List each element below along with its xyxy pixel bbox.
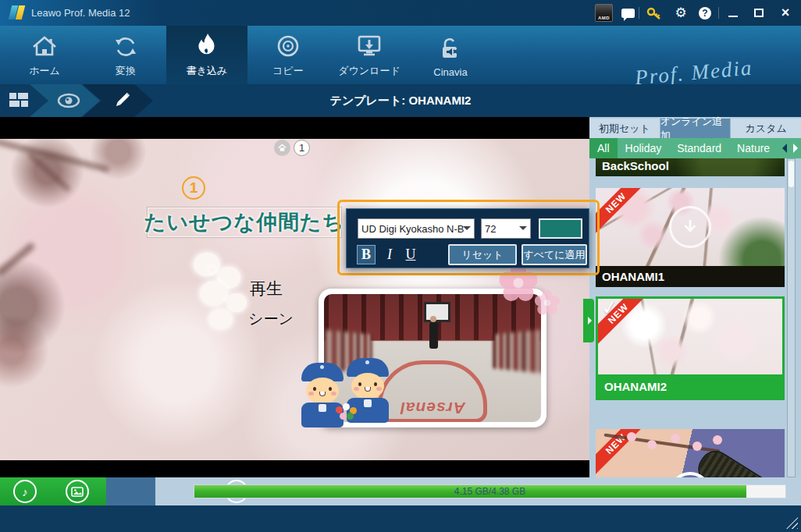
nav-item-burn[interactable]: 書き込み — [166, 26, 247, 84]
tab-default-set[interactable]: 初期セット — [589, 119, 660, 138]
video-preview-canvas[interactable]: 1 1 たいせつな仲間たち 再生 シーン Arsenal — [0, 117, 591, 477]
filter-prev-arrow-icon[interactable] — [782, 144, 787, 153]
template-card-partial[interactable]: NEW — [596, 429, 785, 477]
template-source-tabs: 初期セット オンライン追加 カスタム — [589, 119, 801, 138]
status-footer — [0, 505, 801, 532]
selected-check-icon: ✓ — [600, 299, 620, 321]
template-category-filters: All Holiday Standard Nature — [589, 138, 801, 158]
bold-button[interactable]: B — [357, 245, 376, 264]
template-card-backschool[interactable]: BackSchool — [596, 158, 785, 176]
sidebar-collapse-handle[interactable] — [583, 299, 594, 342]
filter-next-arrow-icon[interactable] — [793, 144, 798, 153]
new-ribbon-badge: NEW — [596, 188, 646, 238]
layout-grid-icon[interactable] — [9, 93, 28, 108]
filter-holiday[interactable]: Holiday — [618, 138, 670, 158]
template-card-ohanami1[interactable]: NEW OHANAMI1 — [596, 188, 785, 287]
nav-item-convert[interactable]: 変換 — [85, 26, 166, 84]
underline-button[interactable]: U — [402, 245, 419, 264]
nav-label: Cinavia — [433, 66, 467, 78]
mascot-characters-decoration — [301, 355, 393, 441]
leawo-logo-icon — [9, 5, 26, 20]
font-color-swatch[interactable] — [539, 218, 582, 239]
template-card-name: OHANAMI1 — [596, 266, 785, 287]
resize-grip[interactable] — [786, 517, 798, 529]
template-card-ohanami2[interactable]: NEW ✓ OHANAMI2 — [596, 296, 785, 400]
feedback-bubble-icon[interactable] — [619, 0, 636, 26]
nav-label: コピー — [272, 64, 304, 78]
scrollbar-thumb[interactable] — [789, 161, 794, 187]
template-card-name: OHANAMI2 — [598, 374, 782, 398]
disc-icon — [274, 34, 302, 60]
template-card-name: BackSchool — [602, 159, 669, 172]
tab-online-add[interactable]: オンライン追加 — [660, 119, 732, 138]
apply-all-button[interactable]: すべてに適用 — [522, 244, 587, 265]
eye-icon — [57, 93, 80, 108]
disc-title-textbox[interactable]: たいせつな仲間たち — [148, 207, 341, 237]
pencil-icon — [112, 91, 131, 110]
download-icon — [355, 34, 383, 60]
font-family-select[interactable]: UD Digi Kyokasho N-B — [358, 218, 475, 239]
sidebar-scrollbar[interactable] — [787, 158, 796, 477]
music-note-icon: ♪ — [22, 485, 28, 498]
nav-label: 書き込み — [187, 64, 228, 78]
nav-item-download[interactable]: ダウンロード — [329, 26, 410, 84]
annotation-number-ring: 1 — [182, 176, 205, 200]
text-editor-popup: UD Digi Kyokasho N-B 72 B I U リセット すべてに適… — [346, 208, 589, 268]
background-music-button[interactable]: ♪ — [13, 480, 37, 503]
register-key-icon[interactable] — [645, 0, 664, 26]
titlebar-separator — [718, 7, 719, 19]
nav-label: ダウンロード — [338, 64, 400, 78]
disc-title-text: たいせつな仲間たち — [144, 208, 344, 236]
settings-gear-icon[interactable]: ⚙ — [672, 0, 689, 26]
disc-capacity-text: 4.15 GB/4.38 GB — [194, 485, 785, 498]
chevron-down-icon — [519, 226, 527, 234]
image-icon — [71, 487, 84, 497]
disc-capacity-bar: 4.15 GB/4.38 GB — [194, 484, 786, 498]
nav-item-copy[interactable]: コピー — [247, 26, 329, 84]
convert-icon — [112, 34, 140, 60]
minimize-button[interactable] — [724, 0, 742, 26]
media-buttons-group: ♪ — [0, 477, 106, 505]
play-menu-label[interactable]: 再生 — [250, 278, 283, 300]
help-icon[interactable]: ? — [696, 0, 714, 26]
arrow-right-icon — [588, 317, 592, 325]
chapter-number-badge[interactable]: 1 — [294, 140, 310, 156]
nav-item-home[interactable]: ホーム — [4, 26, 85, 84]
window-title: Leawo Prof. Media 12 — [31, 0, 130, 26]
chevron-down-icon — [463, 226, 471, 234]
template-name-label: テンプレート: OHANAMI2 — [148, 84, 653, 117]
save-button-group — [106, 477, 155, 505]
filter-nature[interactable]: Nature — [729, 138, 778, 158]
tab-custom[interactable]: カスタム — [731, 119, 801, 138]
maximize-button[interactable] — [750, 0, 767, 26]
titlebar: Leawo Prof. Media 12 AMD ⚙ ? × — [0, 0, 801, 26]
amd-gpu-badge-icon: AMD — [595, 4, 613, 22]
scroll-prop-decoration — [695, 447, 785, 477]
flame-icon — [193, 32, 221, 60]
filter-all[interactable]: All — [589, 138, 618, 158]
filter-standard[interactable]: Standard — [669, 138, 729, 158]
app-window: Leawo Prof. Media 12 AMD ⚙ ? × ホーム — [0, 0, 801, 532]
titlebar-separator — [639, 7, 639, 19]
bottom-toolbar: ♪ 4.15 GB/4.38 GB — [0, 477, 801, 505]
branch-decoration — [0, 242, 36, 277]
background-image-button[interactable] — [66, 480, 89, 503]
download-template-icon[interactable] — [669, 206, 711, 248]
sub-toolbar: テンプレート: OHANAMI2 書き込み — [0, 84, 801, 117]
sakura-decoration — [534, 290, 561, 317]
template-sidebar: 初期セット オンライン追加 カスタム All Holiday Standard … — [589, 117, 801, 477]
home-icon — [30, 34, 59, 60]
main-nav: ホーム 変換 書き込み コピー — [0, 26, 801, 84]
branch-decoration — [0, 139, 110, 172]
menu-home-badge[interactable] — [274, 140, 290, 156]
scene-menu-label[interactable]: シーン — [248, 309, 294, 329]
cinavia-unlock-icon — [436, 36, 465, 62]
close-button[interactable]: × — [776, 0, 795, 26]
reset-button[interactable]: リセット — [448, 244, 517, 265]
font-size-select[interactable]: 72 — [481, 218, 531, 239]
thumb-brand-text: Arsenal — [400, 364, 465, 417]
nav-item-cinavia[interactable]: Cinavia — [410, 26, 491, 84]
italic-button[interactable]: I — [382, 245, 397, 264]
template-list: BackSchool NEW OHANAMI1 NEW ✓ OHANAMI2 — [589, 158, 801, 477]
nav-label: 変換 — [116, 64, 136, 78]
